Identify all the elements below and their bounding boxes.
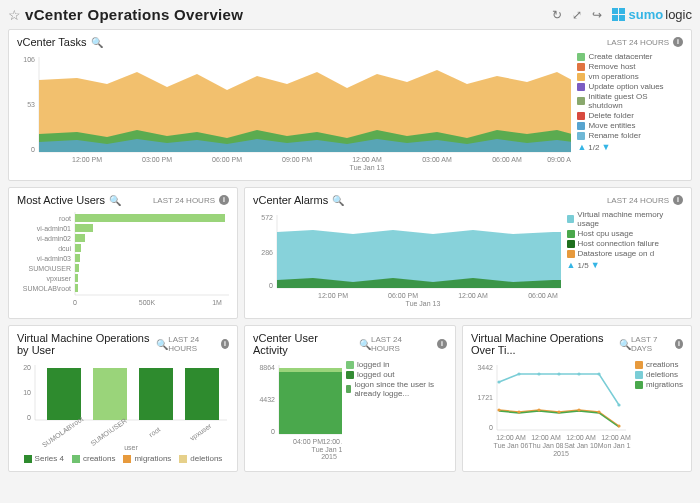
svg-point-84 <box>537 408 540 411</box>
brand-logo: sumologic <box>612 7 692 22</box>
favorite-icon[interactable]: ☆ <box>8 7 21 23</box>
panel-vm-ops-by-user: Virtual Machine Operations by User🔍 LAST… <box>8 325 238 472</box>
svg-rect-22 <box>75 244 81 252</box>
svg-text:0: 0 <box>489 424 493 431</box>
svg-text:12:00 AM: 12:00 AM <box>601 434 631 441</box>
svg-point-77 <box>537 372 540 375</box>
svg-rect-25 <box>75 274 78 282</box>
time-range[interactable]: LAST 24 HOURS <box>168 335 217 353</box>
svg-text:1M: 1M <box>212 299 222 306</box>
magnify-icon[interactable]: 🔍 <box>91 37 103 48</box>
svg-rect-64 <box>279 368 342 434</box>
svg-text:12:00 PM: 12:00 PM <box>72 156 102 163</box>
expand-icon[interactable]: ⤢ <box>572 8 582 22</box>
info-icon[interactable]: i <box>437 339 447 349</box>
svg-point-81 <box>617 403 620 406</box>
svg-text:user: user <box>124 444 138 451</box>
svg-text:Tue Jan 13: Tue Jan 13 <box>350 164 385 171</box>
panel-title: vCenter User Activity <box>253 332 355 356</box>
svg-rect-51 <box>93 368 127 420</box>
panel-title: Virtual Machine Operations by User <box>17 332 152 356</box>
svg-rect-50 <box>47 368 81 420</box>
time-range[interactable]: LAST 24 HOURS <box>153 196 215 205</box>
info-icon[interactable]: i <box>673 195 683 205</box>
svg-text:vi-admin02: vi-admin02 <box>37 235 71 242</box>
activity-legend: logged in logged out logon since the use… <box>346 360 447 460</box>
svg-text:12:00 AM: 12:00 AM <box>496 434 526 441</box>
svg-text:12:00 AM 08:00 AM: 12:00 AM 08:00 AM <box>322 438 342 445</box>
info-icon[interactable]: i <box>221 339 229 349</box>
svg-text:8864: 8864 <box>259 364 275 371</box>
svg-text:vpxuser: vpxuser <box>189 422 214 443</box>
panel-most-active-users: Most Active Users🔍 LAST 24 HOURSi 0 500K… <box>8 187 238 319</box>
svg-text:12:00 AM: 12:00 AM <box>458 292 488 299</box>
magnify-icon[interactable]: 🔍 <box>332 195 344 206</box>
svg-text:vi-admin01: vi-admin01 <box>37 225 71 232</box>
share-icon[interactable]: ↪ <box>592 8 602 22</box>
svg-text:2015: 2015 <box>321 453 337 460</box>
overtime-legend: creations deletions migrations <box>635 360 683 460</box>
svg-point-85 <box>557 410 560 413</box>
vmops-legend: Series 4 creations migrations deletions <box>17 454 229 463</box>
svg-rect-52 <box>139 368 173 420</box>
svg-point-86 <box>577 408 580 411</box>
magnify-icon[interactable]: 🔍 <box>359 339 371 350</box>
svg-text:20: 20 <box>23 364 31 371</box>
dashboard-header: ☆ vCenter Operations Overview ↻ ⤢ ↪ sumo… <box>8 6 692 23</box>
svg-text:06:00 AM: 06:00 AM <box>528 292 558 299</box>
magnify-icon[interactable]: 🔍 <box>109 195 121 206</box>
svg-text:09:00 PM: 09:00 PM <box>282 156 312 163</box>
time-range[interactable]: LAST 24 HOURS <box>607 196 669 205</box>
svg-rect-26 <box>75 284 78 292</box>
info-icon[interactable]: i <box>675 339 683 349</box>
svg-text:SUMO\USER: SUMO\USER <box>89 417 128 447</box>
svg-text:vpxuser: vpxuser <box>46 275 71 283</box>
alarms-legend: Virtual machine memory usage Host cpu us… <box>567 210 683 310</box>
svg-text:2015: 2015 <box>553 450 569 457</box>
panel-vcenter-tasks: vCenter Tasks 🔍 LAST 24 HOURS i 106 53 0 <box>8 29 692 181</box>
svg-text:3442: 3442 <box>477 364 493 371</box>
overtime-chart: 3442 1721 0 12:00 AM 12:00 AM 12:00 A <box>471 360 631 460</box>
svg-text:4432: 4432 <box>259 396 275 403</box>
svg-point-79 <box>577 372 580 375</box>
svg-text:root: root <box>148 426 162 439</box>
svg-text:0: 0 <box>73 299 77 306</box>
time-range[interactable]: LAST 24 HOURS <box>371 335 433 353</box>
svg-text:12:00 AM: 12:00 AM <box>531 434 561 441</box>
svg-text:Mon Jan 12: Mon Jan 12 <box>598 442 631 449</box>
refresh-icon[interactable]: ↻ <box>552 8 562 22</box>
time-range[interactable]: LAST 24 HOURS <box>607 38 669 47</box>
svg-rect-21 <box>75 234 85 242</box>
magnify-icon[interactable]: 🔍 <box>619 339 631 350</box>
svg-text:572: 572 <box>261 214 273 221</box>
info-icon[interactable]: i <box>673 37 683 47</box>
svg-text:12:00 PM: 12:00 PM <box>318 292 348 299</box>
svg-point-78 <box>557 372 560 375</box>
svg-text:1721: 1721 <box>477 394 493 401</box>
svg-text:SUMO\USER: SUMO\USER <box>29 265 71 272</box>
tasks-chart: 106 53 0 12:00 PM 03:00 PM 06:00 PM 09:0… <box>17 52 571 172</box>
svg-rect-19 <box>75 214 225 222</box>
svg-text:12:00 AM: 12:00 AM <box>566 434 596 441</box>
svg-text:06:00 AM: 06:00 AM <box>492 156 522 163</box>
panel-title: Most Active Users <box>17 194 105 206</box>
svg-text:vi-admin03: vi-admin03 <box>37 255 71 262</box>
svg-point-87 <box>597 410 600 413</box>
magnify-icon[interactable]: 🔍 <box>156 339 168 350</box>
svg-point-80 <box>597 372 600 375</box>
svg-text:Sat Jan 10: Sat Jan 10 <box>564 442 598 449</box>
svg-point-88 <box>617 424 620 427</box>
svg-text:0: 0 <box>27 414 31 421</box>
svg-text:286: 286 <box>261 249 273 256</box>
svg-rect-65 <box>279 368 342 372</box>
svg-rect-24 <box>75 264 79 272</box>
alarms-chart: 572 286 0 12:00 PM 06:00 PM 12:00 AM 06:… <box>253 210 561 310</box>
info-icon[interactable]: i <box>219 195 229 205</box>
svg-text:0: 0 <box>269 282 273 289</box>
svg-text:03:00 AM: 03:00 AM <box>422 156 452 163</box>
svg-text:12:00 AM: 12:00 AM <box>352 156 382 163</box>
panel-title: vCenter Alarms <box>253 194 328 206</box>
time-range[interactable]: LAST 7 DAYS <box>631 335 671 353</box>
svg-text:06:00 PM: 06:00 PM <box>212 156 242 163</box>
svg-point-76 <box>517 372 520 375</box>
